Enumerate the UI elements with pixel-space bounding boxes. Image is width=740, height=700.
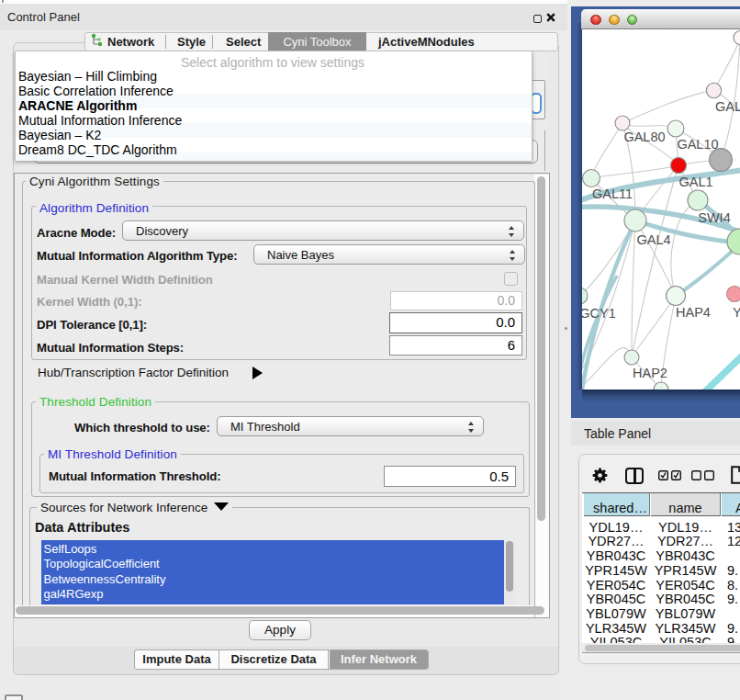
svg-text:GAL4: GAL4 [636,232,670,247]
svg-text:Y: Y [733,305,740,320]
svg-text:HAP4: HAP4 [676,305,711,320]
svg-text:GAL80: GAL80 [623,130,665,144]
svg-text:GCY1: GCY1 [582,306,616,321]
svg-text:GAL1: GAL1 [678,175,712,189]
svg-text:SWI4: SWI4 [698,210,730,225]
svg-text:HAP2: HAP2 [633,366,667,380]
svg-text:GAL11: GAL11 [592,186,633,201]
svg-text:GAL10: GAL10 [677,137,718,152]
svg-text:GAL: GAL [715,99,740,114]
